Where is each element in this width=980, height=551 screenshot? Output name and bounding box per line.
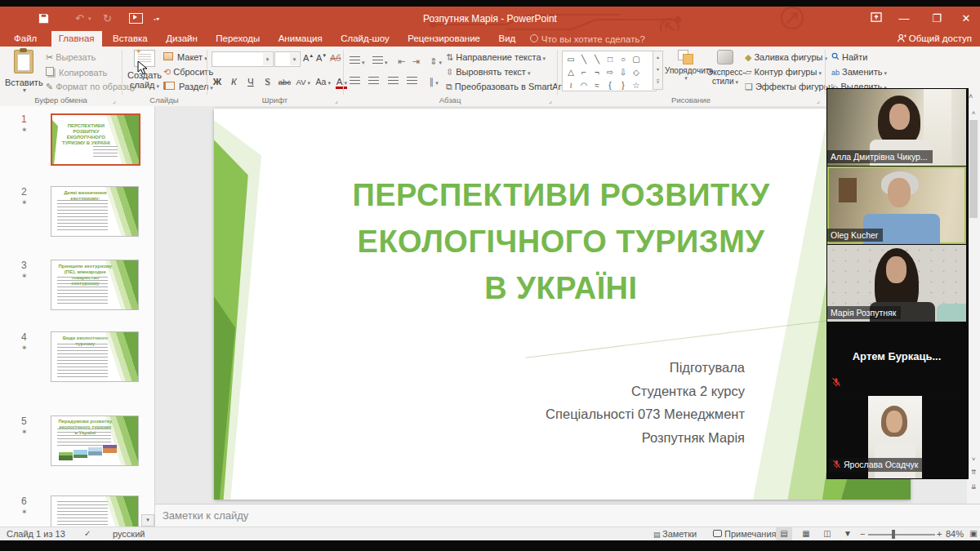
character-spacing-button[interactable]: AV▾ [296, 78, 310, 87]
slide-title-placeholder[interactable]: ПЕРСПЕКТИВИ РОЗВИТКУ ЕКОЛОГІЧНОГО ТУРИЗМ… [312, 172, 810, 312]
ribbon-display-options-button[interactable] [864, 7, 889, 31]
decrease-indent-button[interactable]: ⇤ [398, 56, 405, 66]
columns-button[interactable]: ∥▾ [430, 77, 439, 87]
slide-thumbnail-3[interactable]: Принципи екотуризму (ПЕ), міжнародне тов… [51, 260, 139, 310]
text-direction-button[interactable]: ⇅Направление текста▾ [446, 52, 546, 63]
tab-review[interactable]: Рецензирование [400, 31, 488, 47]
scrollbar-thumb[interactable] [969, 120, 978, 218]
font-size-dropdown-icon[interactable]: ▾ [290, 53, 299, 65]
slide-sorter-view-button[interactable]: ▦ [798, 527, 814, 540]
align-center-button[interactable] [368, 77, 379, 85]
participant-tile-2[interactable]: Oleg Kucher [827, 167, 966, 244]
previous-slide-button[interactable]: ⇈ [967, 469, 980, 476]
copy-button[interactable]: Копировать [46, 67, 107, 78]
language-indicator[interactable]: русский [113, 527, 145, 540]
participant-tile-4[interactable]: Артем Буркаць... [827, 322, 966, 395]
replace-button[interactable]: abЗаменить▾ [831, 67, 887, 77]
increase-indent-button[interactable]: ⇥ [412, 56, 420, 66]
slide-canvas[interactable]: ПЕРСПЕКТИВИ РОЗВИТКУ ЕКОЛОГІЧНОГО ТУРИЗМ… [214, 109, 911, 500]
participant-tile-3[interactable]: Марія Розпутняк [827, 245, 966, 322]
shape-effects-button[interactable]: ❏Эффекты фигуры▾ [745, 82, 835, 92]
fit-slide-to-window-button[interactable]: ▣ [965, 527, 980, 540]
paragraph-dialog-launcher-icon[interactable]: ⌟ [549, 97, 552, 104]
tell-me-box[interactable]: Что вы хотите сделать? [530, 34, 645, 44]
layout-button[interactable]: Макет▾ [163, 52, 207, 62]
notes-toggle-button[interactable]: ▤ Заметки [653, 527, 697, 541]
reset-button[interactable]: ⟲Сбросить [163, 67, 213, 78]
participant-tile-5[interactable]: Ярослава Осадчук [827, 396, 966, 478]
bullets-button[interactable]: ▾ [350, 53, 365, 67]
reading-view-button[interactable]: ◫ [819, 527, 835, 540]
collapse-ribbon-icon[interactable]: ˄ [969, 92, 973, 100]
slide-area-scrollbar[interactable]: ˄ ˅ ⇈ ⇊ [967, 106, 980, 504]
shape-fill-button[interactable]: ◆Заливка фигуры▾ [745, 52, 827, 63]
align-left-button[interactable] [350, 77, 360, 85]
slide-thumbnail-5[interactable]: Передумови розвитку екологічного туризму… [51, 415, 139, 466]
font-name-dropdown-icon[interactable]: ▾ [263, 53, 272, 65]
italic-button[interactable]: К [228, 77, 239, 87]
comments-toggle-button[interactable]: Примечания [713, 527, 777, 540]
thumbnail-pane-scroll-button[interactable]: ▾ [141, 514, 154, 527]
shrink-font-button[interactable]: А▼ [316, 53, 327, 63]
slide-subtitle-placeholder[interactable]: Підготувала Студентка 2 курсу Спеціально… [546, 356, 745, 449]
justify-button[interactable] [407, 77, 417, 85]
normal-view-button[interactable]: ▤ [776, 527, 792, 540]
minimize-button[interactable]: — [892, 7, 916, 31]
shape-outline-button[interactable]: ▱Контур фигуры▾ [745, 67, 822, 78]
drawing-dialog-launcher-icon[interactable]: ⌟ [817, 97, 820, 104]
scroll-down-icon[interactable]: ˅ [967, 455, 980, 463]
tab-view[interactable]: Вид [491, 31, 523, 47]
slide-thumbnail-4[interactable]: Види екологічного туризму [51, 331, 139, 382]
grow-font-button[interactable]: А▲ [303, 53, 314, 63]
zoom-slider-track[interactable] [868, 534, 935, 535]
slide-thumbnail-2[interactable]: Деякі визначення екотуризму: [51, 186, 139, 237]
cut-button[interactable]: ✂Вырезать [46, 52, 96, 63]
numbering-button[interactable]: ▾ [372, 53, 388, 67]
font-color-button[interactable]: А▾ [336, 77, 347, 89]
slide-thumbnail-1[interactable]: ПЕРСПЕКТИВИ РОЗВИТКУ ЕКОЛОГІЧНОГО ТУРИЗМ… [51, 113, 140, 166]
share-button[interactable]: Общий доступ [897, 31, 972, 47]
convert-smartart-button[interactable]: ⧉Преобразовать в SmartArt▾ [446, 82, 568, 92]
underline-button[interactable]: Ч [245, 77, 256, 87]
bold-button[interactable]: Ж [212, 77, 223, 87]
section-button[interactable]: Раздел▾ [163, 82, 213, 91]
align-text-button[interactable]: ⇳Выровнять текст▾ [446, 67, 530, 78]
paste-button[interactable]: Вставить ▼ [5, 50, 42, 93]
next-slide-button[interactable]: ⇊ [967, 483, 980, 491]
tab-animations[interactable]: Анимация [271, 31, 330, 47]
slide-thumbnail-6[interactable] [51, 495, 139, 527]
clipboard-dialog-launcher-icon[interactable]: ⌟ [113, 97, 116, 104]
zoom-out-button[interactable]: − [860, 527, 865, 540]
slide-counter[interactable]: Слайд 1 из 13 [7, 527, 65, 540]
notes-pane[interactable]: Заметки к слайду [155, 504, 980, 527]
clear-formatting-button[interactable]: Аб [330, 53, 341, 63]
find-button[interactable]: Найти [831, 52, 867, 62]
format-painter-button[interactable]: ✎Формат по образцу [46, 82, 136, 92]
new-slide-button[interactable]: ✦ Создать слайд▾ [126, 50, 163, 90]
meeting-video-panel[interactable]: Алла Дмитрівна Чикур... Oleg Kucher Марі… [826, 88, 969, 479]
participant-tile-1[interactable]: Алла Дмитрівна Чикур... [827, 89, 966, 166]
tab-slideshow[interactable]: Слайд-шоу [333, 31, 397, 47]
text-shadow-button[interactable]: S [261, 77, 273, 87]
change-case-button[interactable]: Aa▾ [316, 77, 331, 87]
quick-styles-button[interactable]: Экспресс- стили▾ [707, 50, 743, 86]
slideshow-view-button[interactable]: ▼ [840, 527, 856, 540]
font-name-combo[interactable]: ▾ [212, 51, 274, 67]
tab-transitions[interactable]: Переходы [208, 31, 267, 47]
zoom-slider-thumb[interactable] [892, 530, 895, 539]
shapes-gallery[interactable]: ▭╲╲□○▢△⌐¬⇨⇩◇≀◠≈{}☆ [562, 51, 657, 91]
tab-file[interactable]: Файл [7, 31, 44, 47]
zoom-in-button[interactable]: + [937, 527, 942, 540]
close-button[interactable]: ✕ [954, 7, 978, 31]
shapes-gallery-scroll[interactable]: ▴▾⊽ [653, 51, 663, 90]
scroll-up-icon[interactable]: ˄ [967, 109, 980, 117]
zoom-percentage[interactable]: 84% [946, 527, 964, 540]
tab-design[interactable]: Дизайн [158, 31, 205, 47]
font-dialog-launcher-icon[interactable]: ⌟ [335, 97, 338, 104]
restore-button[interactable]: ❐ [924, 7, 949, 31]
tab-home[interactable]: Главная [51, 31, 102, 47]
align-right-button[interactable] [388, 77, 399, 85]
spell-check-icon[interactable]: ✓ [84, 527, 91, 540]
arrange-button[interactable]: Упорядочить ▾ [665, 50, 706, 82]
line-spacing-button[interactable]: ⇕▾ [430, 56, 442, 66]
